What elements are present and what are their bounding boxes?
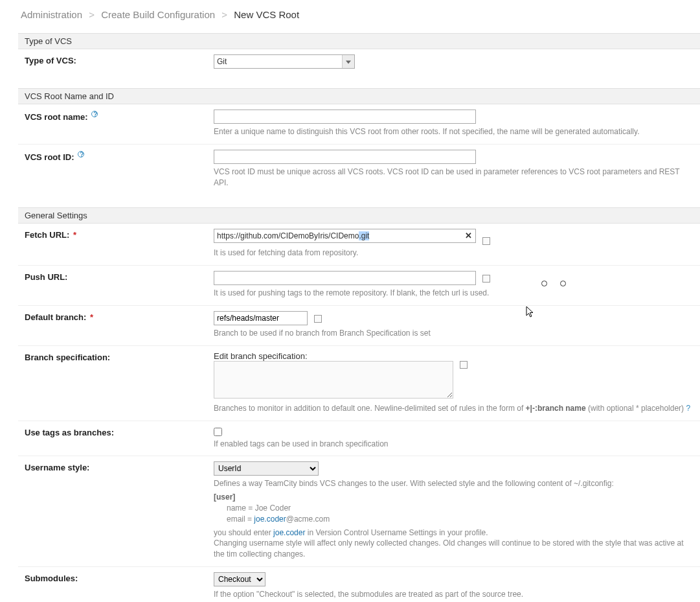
input-push-url[interactable] (214, 271, 476, 285)
input-fetch-url[interactable]: https://github.com/CIDemoByIris/CIDemo.g… (214, 229, 476, 243)
select-vcs-type[interactable]: Git (214, 54, 355, 69)
label-root-id: VCS root ID: ? (25, 150, 214, 189)
section-header-general: General Settings (18, 207, 700, 224)
hint-use-tags: If enabled tags can be used in branch sp… (214, 439, 694, 450)
select-submodules[interactable]: Checkout (214, 572, 265, 586)
hint-fetch-url: It is used for fetching data from reposi… (214, 248, 694, 259)
hint-submodules: If the option "Checkout" is selected, th… (214, 589, 694, 600)
clipboard-icon[interactable] (482, 275, 490, 283)
breadcrumb-current: New VCS Root (234, 9, 299, 20)
breadcrumb-create-build-config[interactable]: Create Build Configuration (101, 9, 215, 20)
section-header-name-id: VCS Root Name and ID (18, 88, 700, 104)
label-push-url: Push URL: (25, 271, 214, 299)
hint-default-branch: Branch to be used if no branch from Bran… (214, 328, 694, 339)
input-default-branch[interactable] (214, 311, 308, 325)
help-icon[interactable]: ? (686, 404, 690, 413)
help-icon[interactable]: ? (91, 111, 98, 117)
breadcrumb: Administration > Create Build Configurat… (0, 0, 700, 33)
label-default-branch: Default branch: * (25, 311, 214, 339)
select-username-style[interactable]: UserId (214, 461, 319, 476)
label-submodules: Submodules: (25, 572, 214, 600)
chevron-down-icon (346, 61, 351, 64)
label-use-tags: Use tags as branches: (25, 426, 214, 450)
hint-push-url: It is used for pushing tags to the remot… (214, 288, 694, 299)
breadcrumb-administration[interactable]: Administration (21, 9, 82, 20)
clipboard-icon[interactable] (460, 361, 468, 369)
label-username-style: Username style: (25, 461, 214, 560)
hint-branch-spec: Branches to monitor in addition to defau… (214, 403, 694, 414)
clipboard-icon[interactable] (482, 237, 490, 245)
chevron-right-icon: > (221, 9, 227, 20)
help-icon[interactable]: ? (78, 151, 84, 157)
chevron-right-icon: > (89, 9, 95, 20)
clipboard-icon[interactable] (314, 315, 322, 323)
textarea-branch-spec[interactable] (214, 361, 453, 399)
label-branch-spec: Branch specification: (25, 351, 214, 414)
checkbox-use-tags[interactable] (214, 428, 222, 436)
input-root-name[interactable] (214, 110, 476, 124)
hint-root-id: VCS root ID must be unique across all VC… (214, 167, 694, 189)
label-fetch-url: Fetch URL: * (25, 229, 214, 259)
hint-username-style: Defines a way TeamCity binds VCS changes… (214, 478, 694, 560)
branch-spec-heading: Edit branch specification: (214, 351, 694, 361)
clear-icon[interactable]: ✕ (465, 231, 472, 240)
input-root-id[interactable] (214, 150, 476, 164)
label-root-name: VCS root name: ? (25, 110, 214, 137)
hint-root-name: Enter a unique name to distinguish this … (214, 126, 694, 137)
section-header-type-of-vcs: Type of VCS (18, 33, 700, 49)
label-type-of-vcs: Type of VCS: (25, 54, 214, 69)
